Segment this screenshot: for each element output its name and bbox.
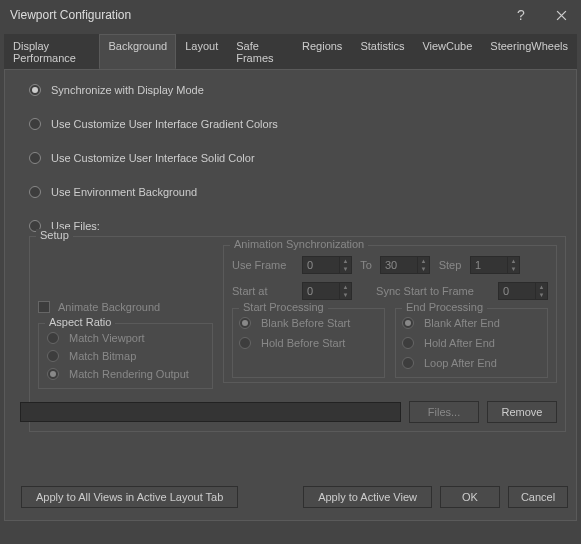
radio-icon	[402, 357, 414, 369]
mode-sync-row[interactable]: Synchronize with Display Mode	[29, 84, 566, 96]
tab-background[interactable]: Background	[99, 34, 176, 69]
end-processing-group: End Processing Blank After End Hold Afte…	[395, 308, 548, 378]
use-frame-spinner: 0 ▲▼	[302, 256, 352, 274]
start-processing-group: Start Processing Blank Before Start Hold…	[232, 308, 385, 378]
spinner-up-icon: ▲	[339, 283, 351, 291]
aspect-viewport-label: Match Viewport	[69, 332, 145, 344]
aspect-ratio-group: Aspect Ratio Match Viewport Match Bitmap…	[38, 323, 213, 389]
use-frame-value: 0	[307, 259, 313, 271]
blank-after-row: Blank After End	[402, 317, 541, 329]
blank-before-label: Blank Before Start	[261, 317, 350, 329]
radio-icon	[29, 118, 41, 130]
hold-after-label: Hold After End	[424, 337, 495, 349]
aspect-viewport-row: Match Viewport	[47, 332, 204, 344]
animate-bg-label: Animate Background	[58, 301, 160, 313]
tab-viewcube[interactable]: ViewCube	[413, 34, 481, 69]
help-button[interactable]: ?	[501, 0, 541, 30]
radio-icon	[402, 337, 414, 349]
aspect-label: Aspect Ratio	[45, 316, 115, 328]
tab-regions[interactable]: Regions	[293, 34, 351, 69]
start-proc-label: Start Processing	[239, 301, 328, 313]
sync-start-spinner: 0 ▲▼	[498, 282, 548, 300]
start-at-spinner: 0 ▲▼	[302, 282, 352, 300]
mode-gradient-label: Use Customize User Interface Gradient Co…	[51, 118, 278, 130]
cancel-button[interactable]: Cancel	[508, 486, 568, 508]
spinner-down-icon: ▼	[339, 265, 351, 273]
checkbox-icon	[38, 301, 50, 313]
hold-before-label: Hold Before Start	[261, 337, 345, 349]
remove-button[interactable]: Remove	[487, 401, 557, 423]
file-path-input[interactable]	[20, 402, 401, 422]
sync-start-value: 0	[503, 285, 509, 297]
radio-icon	[239, 337, 251, 349]
window-title: Viewport Configuration	[10, 8, 501, 22]
hold-after-row: Hold After End	[402, 337, 541, 349]
mode-env-row[interactable]: Use Environment Background	[29, 186, 566, 198]
anim-sync-group: Animation Synchronization Use Frame 0 ▲▼…	[223, 245, 557, 383]
animate-bg-row: Animate Background	[38, 301, 213, 313]
tab-steeringwheels[interactable]: SteeringWheels	[481, 34, 577, 69]
apply-active-button[interactable]: Apply to Active View	[303, 486, 432, 508]
step-label: Step	[430, 259, 470, 271]
tab-safe-frames[interactable]: Safe Frames	[227, 34, 293, 69]
step-value: 1	[475, 259, 481, 271]
to-spinner: 30 ▲▼	[380, 256, 430, 274]
sync-start-label: Sync Start to Frame	[352, 285, 498, 297]
mode-solid-label: Use Customize User Interface Solid Color	[51, 152, 255, 164]
spinner-up-icon: ▲	[417, 257, 429, 265]
spinner-down-icon: ▼	[417, 265, 429, 273]
blank-before-row: Blank Before Start	[239, 317, 378, 329]
background-panel: Synchronize with Display Mode Use Custom…	[4, 69, 577, 521]
use-frame-label: Use Frame	[232, 259, 302, 271]
spinner-up-icon: ▲	[339, 257, 351, 265]
loop-after-row: Loop After End	[402, 357, 541, 369]
to-label: To	[352, 259, 380, 271]
start-at-label: Start at	[232, 285, 302, 297]
start-at-value: 0	[307, 285, 313, 297]
spinner-down-icon: ▼	[339, 291, 351, 299]
spinner-down-icon: ▼	[535, 291, 547, 299]
aspect-bitmap-label: Match Bitmap	[69, 350, 136, 362]
radio-icon	[402, 317, 414, 329]
files-button: Files...	[409, 401, 479, 423]
radio-icon	[29, 186, 41, 198]
hold-before-row: Hold Before Start	[239, 337, 378, 349]
mode-solid-row[interactable]: Use Customize User Interface Solid Color	[29, 152, 566, 164]
anim-sync-label: Animation Synchronization	[230, 238, 368, 250]
apply-all-button[interactable]: Apply to All Views in Active Layout Tab	[21, 486, 238, 508]
dialog-footer: Apply to All Views in Active Layout Tab …	[13, 486, 568, 508]
radio-icon	[29, 152, 41, 164]
aspect-rendering-label: Match Rendering Output	[69, 368, 189, 380]
tab-layout[interactable]: Layout	[176, 34, 227, 69]
mode-gradient-row[interactable]: Use Customize User Interface Gradient Co…	[29, 118, 566, 130]
step-spinner: 1 ▲▼	[470, 256, 520, 274]
radio-icon	[47, 368, 59, 380]
mode-files-row[interactable]: Use Files:	[29, 220, 566, 232]
mode-env-label: Use Environment Background	[51, 186, 197, 198]
mode-sync-label: Synchronize with Display Mode	[51, 84, 204, 96]
tab-bar: Display Performance Background Layout Sa…	[0, 30, 581, 69]
radio-icon	[47, 350, 59, 362]
loop-after-label: Loop After End	[424, 357, 497, 369]
tab-statistics[interactable]: Statistics	[351, 34, 413, 69]
ok-button[interactable]: OK	[440, 486, 500, 508]
aspect-bitmap-row: Match Bitmap	[47, 350, 204, 362]
spinner-down-icon: ▼	[507, 265, 519, 273]
end-proc-label: End Processing	[402, 301, 487, 313]
titlebar: Viewport Configuration ?	[0, 0, 581, 30]
radio-icon	[239, 317, 251, 329]
blank-after-label: Blank After End	[424, 317, 500, 329]
close-button[interactable]	[541, 0, 581, 30]
aspect-rendering-row: Match Rendering Output	[47, 368, 204, 380]
setup-label: Setup	[36, 229, 73, 241]
setup-group: Setup Animate Background Aspect Ratio Ma…	[29, 236, 566, 432]
spinner-up-icon: ▲	[507, 257, 519, 265]
to-value: 30	[385, 259, 397, 271]
radio-icon	[29, 84, 41, 96]
tab-display-performance[interactable]: Display Performance	[4, 34, 99, 69]
spinner-up-icon: ▲	[535, 283, 547, 291]
radio-icon	[47, 332, 59, 344]
